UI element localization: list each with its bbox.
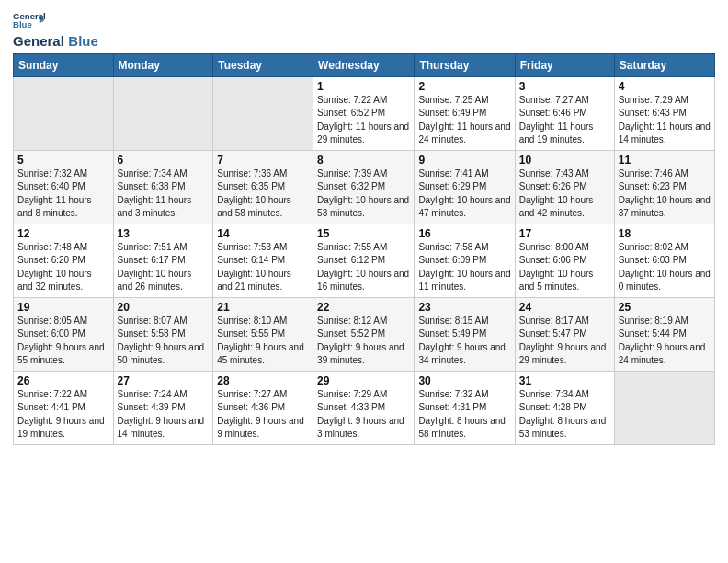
svg-text:Blue: Blue xyxy=(13,19,32,29)
day-info: Sunrise: 8:05 AMSunset: 6:00 PMDaylight:… xyxy=(17,315,109,368)
day-number: 14 xyxy=(217,227,309,240)
day-info: Sunrise: 7:48 AMSunset: 6:20 PMDaylight:… xyxy=(17,241,109,294)
day-number: 27 xyxy=(118,374,210,387)
day-number: 18 xyxy=(619,227,711,240)
day-info: Sunrise: 7:58 AMSunset: 6:09 PMDaylight:… xyxy=(418,241,510,294)
day-info: Sunrise: 7:34 AMSunset: 4:28 PMDaylight:… xyxy=(519,388,610,442)
calendar-header-row: SundayMondayTuesdayWednesdayThursdayFrid… xyxy=(14,53,715,76)
week-row-2: 5Sunrise: 7:32 AMSunset: 6:40 PMDaylight… xyxy=(14,150,715,224)
week-row-3: 12Sunrise: 7:48 AMSunset: 6:20 PMDayligh… xyxy=(14,224,715,297)
day-number: 4 xyxy=(619,80,711,93)
day-cell: 8Sunrise: 7:39 AMSunset: 6:32 PMDaylight… xyxy=(313,150,415,224)
day-number: 17 xyxy=(519,227,610,240)
day-number: 20 xyxy=(118,301,210,314)
day-cell: 9Sunrise: 7:41 AMSunset: 6:29 PMDaylight… xyxy=(415,150,515,224)
day-cell: 31Sunrise: 7:34 AMSunset: 4:28 PMDayligh… xyxy=(515,371,614,444)
day-number: 1 xyxy=(317,80,410,93)
day-number: 28 xyxy=(217,374,309,387)
day-info: Sunrise: 7:29 AMSunset: 4:33 PMDaylight:… xyxy=(317,388,410,442)
day-cell: 13Sunrise: 7:51 AMSunset: 6:17 PMDayligh… xyxy=(113,224,213,297)
day-cell: 27Sunrise: 7:24 AMSunset: 4:39 PMDayligh… xyxy=(113,371,213,444)
col-header-sunday: Sunday xyxy=(14,53,114,76)
col-header-thursday: Thursday xyxy=(415,53,515,76)
day-info: Sunrise: 7:43 AMSunset: 6:26 PMDaylight:… xyxy=(519,167,610,221)
day-number: 3 xyxy=(519,80,610,93)
day-info: Sunrise: 8:19 AMSunset: 5:44 PMDaylight:… xyxy=(619,315,711,368)
day-info: Sunrise: 8:12 AMSunset: 5:52 PMDaylight:… xyxy=(317,315,410,368)
day-cell xyxy=(614,371,714,444)
day-number: 10 xyxy=(519,154,610,167)
page: General Blue General Blue SundayMondayTu… xyxy=(0,0,728,563)
day-cell: 4Sunrise: 7:29 AMSunset: 6:43 PMDaylight… xyxy=(614,76,714,150)
calendar: SundayMondayTuesdayWednesdayThursdayFrid… xyxy=(13,53,715,445)
day-cell xyxy=(113,76,213,150)
day-info: Sunrise: 7:22 AMSunset: 6:52 PMDaylight:… xyxy=(317,94,410,147)
week-row-1: 1Sunrise: 7:22 AMSunset: 6:52 PMDaylight… xyxy=(14,76,715,150)
day-number: 7 xyxy=(217,154,309,167)
day-cell: 22Sunrise: 8:12 AMSunset: 5:52 PMDayligh… xyxy=(313,297,415,371)
logo: General Blue General Blue xyxy=(13,9,98,50)
day-number: 8 xyxy=(317,154,410,167)
day-info: Sunrise: 8:02 AMSunset: 6:03 PMDaylight:… xyxy=(619,241,711,294)
day-info: Sunrise: 8:17 AMSunset: 5:47 PMDaylight:… xyxy=(519,315,610,368)
day-cell: 11Sunrise: 7:46 AMSunset: 6:23 PMDayligh… xyxy=(614,150,714,224)
day-info: Sunrise: 7:27 AMSunset: 6:46 PMDaylight:… xyxy=(519,94,610,147)
day-info: Sunrise: 7:55 AMSunset: 6:12 PMDaylight:… xyxy=(317,241,410,294)
day-number: 13 xyxy=(118,227,210,240)
day-number: 22 xyxy=(317,301,410,314)
day-cell xyxy=(14,76,114,150)
day-number: 11 xyxy=(619,154,711,167)
day-cell: 19Sunrise: 8:05 AMSunset: 6:00 PMDayligh… xyxy=(14,297,114,371)
day-cell: 24Sunrise: 8:17 AMSunset: 5:47 PMDayligh… xyxy=(515,297,614,371)
day-number: 6 xyxy=(118,154,210,167)
day-info: Sunrise: 7:32 AMSunset: 6:40 PMDaylight:… xyxy=(17,167,109,221)
day-info: Sunrise: 7:24 AMSunset: 4:39 PMDaylight:… xyxy=(118,388,210,442)
day-cell: 3Sunrise: 7:27 AMSunset: 6:46 PMDaylight… xyxy=(515,76,614,150)
col-header-friday: Friday xyxy=(515,53,614,76)
day-cell: 20Sunrise: 8:07 AMSunset: 5:58 PMDayligh… xyxy=(113,297,213,371)
day-cell: 26Sunrise: 7:22 AMSunset: 4:41 PMDayligh… xyxy=(14,371,114,444)
day-info: Sunrise: 7:34 AMSunset: 6:38 PMDaylight:… xyxy=(118,167,210,221)
day-number: 19 xyxy=(17,301,109,314)
day-number: 5 xyxy=(17,154,109,167)
day-number: 21 xyxy=(217,301,309,314)
day-info: Sunrise: 7:27 AMSunset: 4:36 PMDaylight:… xyxy=(217,388,309,442)
day-info: Sunrise: 7:22 AMSunset: 4:41 PMDaylight:… xyxy=(17,388,109,442)
logo-general: General xyxy=(13,33,64,49)
day-number: 15 xyxy=(317,227,410,240)
day-cell: 23Sunrise: 8:15 AMSunset: 5:49 PMDayligh… xyxy=(415,297,515,371)
day-number: 25 xyxy=(619,301,711,314)
logo-blue: Blue xyxy=(68,33,98,49)
day-cell: 30Sunrise: 7:32 AMSunset: 4:31 PMDayligh… xyxy=(415,371,515,444)
day-number: 24 xyxy=(519,301,610,314)
day-cell: 6Sunrise: 7:34 AMSunset: 6:38 PMDaylight… xyxy=(113,150,213,224)
day-cell: 29Sunrise: 7:29 AMSunset: 4:33 PMDayligh… xyxy=(313,371,415,444)
day-cell: 7Sunrise: 7:36 AMSunset: 6:35 PMDaylight… xyxy=(213,150,313,224)
day-number: 31 xyxy=(519,374,610,387)
day-cell: 10Sunrise: 7:43 AMSunset: 6:26 PMDayligh… xyxy=(515,150,614,224)
day-cell: 1Sunrise: 7:22 AMSunset: 6:52 PMDaylight… xyxy=(313,76,415,150)
day-cell: 21Sunrise: 8:10 AMSunset: 5:55 PMDayligh… xyxy=(213,297,313,371)
col-header-saturday: Saturday xyxy=(614,53,714,76)
day-cell: 2Sunrise: 7:25 AMSunset: 6:49 PMDaylight… xyxy=(415,76,515,150)
week-row-4: 19Sunrise: 8:05 AMSunset: 6:00 PMDayligh… xyxy=(14,297,715,371)
day-number: 30 xyxy=(418,374,510,387)
day-number: 16 xyxy=(418,227,510,240)
day-info: Sunrise: 7:29 AMSunset: 6:43 PMDaylight:… xyxy=(619,94,711,147)
day-info: Sunrise: 8:15 AMSunset: 5:49 PMDaylight:… xyxy=(418,315,510,368)
header: General Blue General Blue xyxy=(13,9,715,50)
day-cell: 12Sunrise: 7:48 AMSunset: 6:20 PMDayligh… xyxy=(14,224,114,297)
col-header-monday: Monday xyxy=(113,53,213,76)
day-number: 23 xyxy=(418,301,510,314)
day-info: Sunrise: 7:51 AMSunset: 6:17 PMDaylight:… xyxy=(118,241,210,294)
col-header-wednesday: Wednesday xyxy=(313,53,415,76)
day-cell: 18Sunrise: 8:02 AMSunset: 6:03 PMDayligh… xyxy=(614,224,714,297)
day-number: 26 xyxy=(17,374,109,387)
day-cell: 16Sunrise: 7:58 AMSunset: 6:09 PMDayligh… xyxy=(415,224,515,297)
day-info: Sunrise: 8:07 AMSunset: 5:58 PMDaylight:… xyxy=(118,315,210,368)
day-info: Sunrise: 8:10 AMSunset: 5:55 PMDaylight:… xyxy=(217,315,309,368)
day-info: Sunrise: 8:00 AMSunset: 6:06 PMDaylight:… xyxy=(519,241,610,294)
day-cell: 25Sunrise: 8:19 AMSunset: 5:44 PMDayligh… xyxy=(614,297,714,371)
day-cell xyxy=(213,76,313,150)
day-info: Sunrise: 7:46 AMSunset: 6:23 PMDaylight:… xyxy=(619,167,711,221)
